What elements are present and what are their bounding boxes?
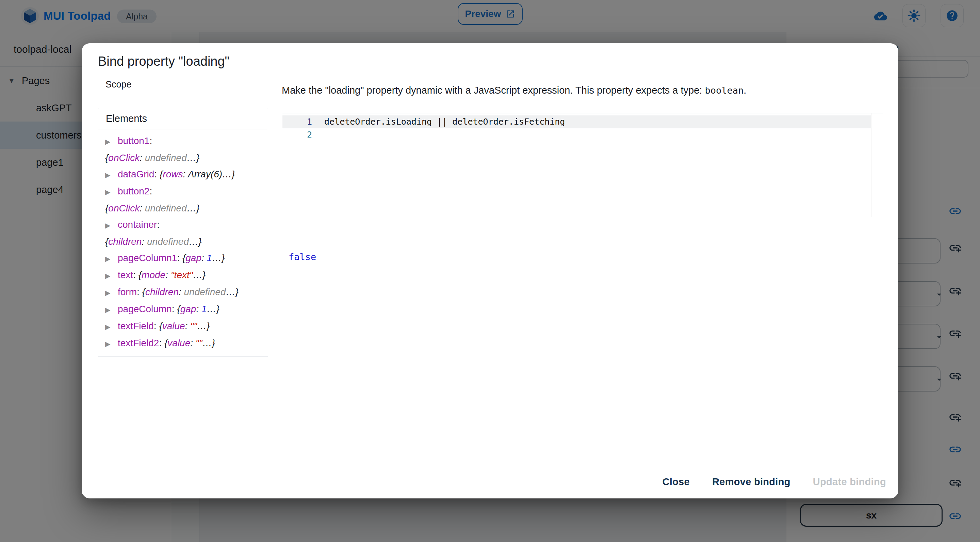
scope-tree-item-button1[interactable]: ▶button1:{onClick: undefined…}	[105, 133, 264, 166]
scope-tree-item-text[interactable]: ▶text: {mode: "text"…}	[105, 267, 264, 284]
scope-tree-item-pageColumn[interactable]: ▶pageColumn: {gap: 1…}	[105, 301, 264, 318]
expand-arrow-icon[interactable]: ▶	[105, 134, 113, 150]
dialog-actions: Close Remove binding Update binding	[82, 465, 898, 499]
editor-scrollbar-lane	[871, 113, 883, 217]
elements-tree: ▶button1:{onClick: undefined…}▶dataGrid:…	[98, 129, 268, 357]
scope-tree-item-button2[interactable]: ▶button2:{onClick: undefined…}	[105, 183, 264, 217]
expand-arrow-icon[interactable]: ▶	[105, 268, 113, 284]
expand-arrow-icon[interactable]: ▶	[105, 167, 113, 183]
expand-arrow-icon[interactable]: ▶	[105, 184, 113, 200]
scope-tree-item-textField[interactable]: ▶textField: {value: ""…}	[105, 318, 264, 335]
expand-arrow-icon[interactable]: ▶	[105, 319, 113, 335]
expand-arrow-icon[interactable]: ▶	[105, 302, 113, 318]
expand-arrow-icon[interactable]: ▶	[105, 217, 113, 234]
expand-arrow-icon[interactable]: ▶	[105, 353, 113, 357]
expand-arrow-icon[interactable]: ▶	[105, 336, 113, 352]
dialog-title: Bind property "loading"	[98, 54, 229, 69]
scope-label: Scope	[105, 79, 132, 90]
scope-tree-item-pageColumn1[interactable]: ▶pageColumn1: {gap: 1…}	[105, 250, 264, 267]
scope-tree-item-datePicker[interactable]: ▶datePicker: {value: ""…}	[105, 352, 264, 357]
scope-tree-item-container[interactable]: ▶container:{children: undefined…}	[105, 217, 264, 250]
remove-binding-button[interactable]: Remove binding	[707, 473, 796, 491]
scope-tree-item-dataGrid[interactable]: ▶dataGrid: {rows: Array(6)…}	[105, 166, 264, 183]
expression-code-editor[interactable]: 1 2 deleteOrder.isLoading || deleteOrder…	[282, 113, 883, 217]
elements-group-header[interactable]: Elements	[98, 108, 268, 129]
scope-tree-item-form[interactable]: ▶form: {children: undefined…}	[105, 284, 264, 301]
scope-explorer: Elements ▶button1:{onClick: undefined…}▶…	[98, 108, 268, 357]
evaluation-result: false	[288, 252, 316, 262]
expand-arrow-icon[interactable]: ▶	[105, 250, 113, 267]
close-button[interactable]: Close	[657, 473, 695, 491]
code-line: deleteOrder.isLoading || deleteOrder.isF…	[324, 115, 565, 128]
instruction-period: .	[743, 85, 746, 96]
update-binding-button: Update binding	[808, 473, 891, 491]
instruction-text: Make the "loading" property dynamic with…	[282, 85, 705, 96]
scope-tree-item-textField2[interactable]: ▶textField2: {value: ""…}	[105, 335, 264, 352]
expand-arrow-icon[interactable]: ▶	[105, 285, 113, 301]
dialog-instruction: Make the "loading" property dynamic with…	[282, 83, 891, 98]
line-number-2: 2	[282, 128, 312, 141]
line-number-1: 1	[282, 115, 312, 128]
bind-property-dialog: Bind property "loading" Scope Elements ▶…	[82, 43, 898, 499]
expected-type: boolean	[705, 85, 744, 96]
